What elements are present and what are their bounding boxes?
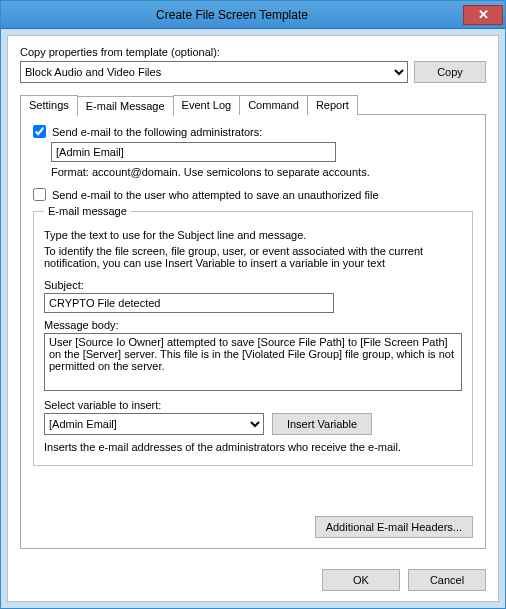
copy-template-label: Copy properties from template (optional)… bbox=[20, 46, 486, 58]
subject-field[interactable] bbox=[44, 293, 334, 313]
tab-settings[interactable]: Settings bbox=[20, 95, 78, 115]
window-title: Create File Screen Template bbox=[1, 8, 463, 22]
additional-headers-button[interactable]: Additional E-mail Headers... bbox=[315, 516, 473, 538]
window-frame: Copy properties from template (optional)… bbox=[1, 29, 505, 608]
dialog-buttons: OK Cancel bbox=[322, 569, 486, 591]
send-admin-label: Send e-mail to the following administrat… bbox=[52, 126, 262, 138]
close-icon: ✕ bbox=[478, 7, 489, 22]
send-user-checkbox[interactable] bbox=[33, 188, 46, 201]
body-label: Message body: bbox=[44, 319, 462, 331]
close-button[interactable]: ✕ bbox=[463, 5, 503, 25]
message-hint: To identify the file screen, file group,… bbox=[44, 245, 462, 269]
cancel-button[interactable]: Cancel bbox=[408, 569, 486, 591]
send-admin-checkbox[interactable] bbox=[33, 125, 46, 138]
format-note: Format: account@domain. Use semicolons t… bbox=[51, 166, 473, 178]
copy-button[interactable]: Copy bbox=[414, 61, 486, 83]
tab-strip: Settings E-mail Message Event Log Comman… bbox=[20, 95, 486, 115]
variable-description: Inserts the e-mail addresses of the admi… bbox=[44, 441, 462, 453]
insert-variable-button[interactable]: Insert Variable bbox=[272, 413, 372, 435]
variable-select[interactable]: [Admin Email] bbox=[44, 413, 264, 435]
tab-command[interactable]: Command bbox=[239, 95, 308, 115]
tab-report[interactable]: Report bbox=[307, 95, 358, 115]
body-field[interactable]: User [Source Io Owner] attempted to save… bbox=[44, 333, 462, 391]
email-message-group: E-mail message Type the text to use for … bbox=[33, 205, 473, 466]
variable-label: Select variable to insert: bbox=[44, 399, 462, 411]
tab-eventlog[interactable]: Event Log bbox=[173, 95, 241, 115]
email-message-legend: E-mail message bbox=[44, 205, 131, 217]
tab-panel-email: Send e-mail to the following administrat… bbox=[20, 114, 486, 549]
admin-email-field[interactable] bbox=[51, 142, 336, 162]
titlebar: Create File Screen Template ✕ bbox=[1, 1, 505, 29]
send-user-label: Send e-mail to the user who attempted to… bbox=[52, 189, 379, 201]
message-instruction: Type the text to use for the Subject lin… bbox=[44, 229, 462, 241]
subject-label: Subject: bbox=[44, 279, 462, 291]
tab-email[interactable]: E-mail Message bbox=[77, 96, 174, 116]
dialog-content: Copy properties from template (optional)… bbox=[7, 35, 499, 602]
copy-template-select[interactable]: Block Audio and Video Files bbox=[20, 61, 408, 83]
ok-button[interactable]: OK bbox=[322, 569, 400, 591]
